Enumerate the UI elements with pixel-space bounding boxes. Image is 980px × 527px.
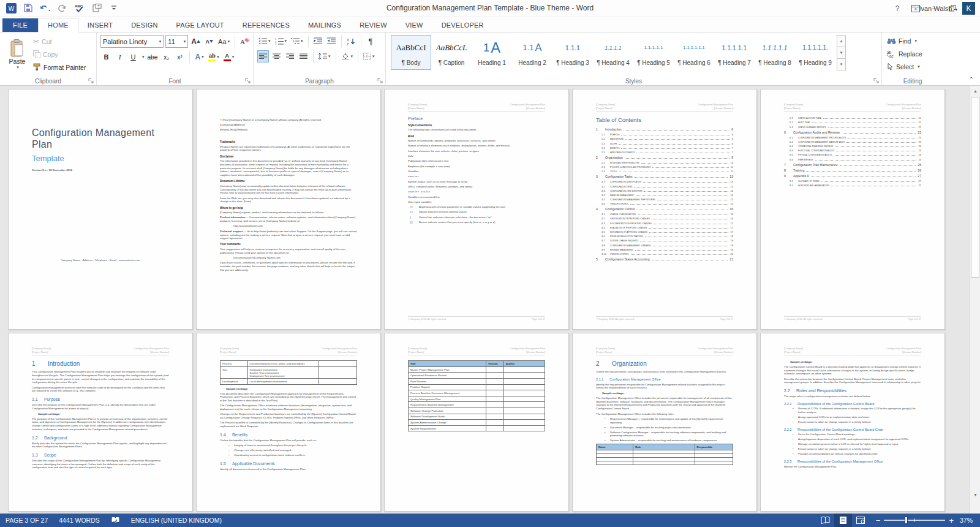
tab-review[interactable]: REVIEW <box>350 18 396 32</box>
align-center-button[interactable] <box>271 50 282 63</box>
replace-button[interactable]: abac Replace <box>887 48 943 59</box>
document-page[interactable]: [Company Name][Project Name]Configuratio… <box>760 89 945 330</box>
tab-view[interactable]: VIEW <box>396 18 432 32</box>
toc-entry[interactable]: 2Organization9 <box>596 156 733 159</box>
toc-entry[interactable]: 3Configuration Tasks13 <box>596 175 733 178</box>
decrease-indent-button[interactable] <box>312 35 324 47</box>
toc-entry[interactable]: 3.4Baseline Management14 <box>596 194 733 197</box>
read-mode-button[interactable] <box>816 514 834 527</box>
toc-entry[interactable]: 5.2Audit Trail21 <box>784 121 921 124</box>
toc-entry[interactable]: 6.5Physical Configuration Audits24 <box>784 153 921 156</box>
select-button[interactable]: Select▾ <box>887 61 943 72</box>
toc-entry[interactable]: 2.3Policies, Directives and Procedures11 <box>596 165 733 169</box>
toc-entry[interactable]: 1.5Applicable Documents7 <box>596 151 733 154</box>
style-caption[interactable]: AaBbCcL¶ Caption <box>431 35 472 70</box>
zoom-percentage[interactable]: 37% <box>960 517 980 524</box>
toc-entry[interactable]: 9.1Glossary of Terms27 <box>784 180 921 183</box>
page-indicator[interactable]: PAGE 3 OF 27 <box>0 514 53 527</box>
format-painter-button[interactable]: Format Painter <box>33 61 86 74</box>
clipboard-dialog-launcher[interactable] <box>88 78 94 84</box>
toc-entry[interactable]: 6.3Operational Readiness Reviews23 <box>784 145 921 148</box>
document-page[interactable]: © [Year] [Company Name] or a [Company Na… <box>196 89 381 330</box>
style-heading-3[interactable]: 1.1.1¶ Heading 3 <box>552 35 593 70</box>
style-heading-8[interactable]: 1.1.1.1.1¶ Heading 8 <box>755 35 795 70</box>
show-hide-pilcrow-button[interactable]: ¶ <box>365 35 377 47</box>
zoom-in-button[interactable]: + <box>949 516 954 525</box>
superscript-button[interactable]: x² <box>174 51 186 63</box>
sort-button[interactable]: AZ <box>345 35 357 47</box>
spelling-grammar-button[interactable]: ABC <box>72 1 87 15</box>
style-heading-6[interactable]: 1.1.1.1.1.1¶ Heading 6 <box>674 35 714 70</box>
tab-insert[interactable]: INSERT <box>78 18 122 32</box>
toc-entry[interactable]: 4.10Version Control20 <box>596 252 733 256</box>
tab-design[interactable]: DESIGN <box>122 18 167 32</box>
proofing-status-icon[interactable] <box>105 514 126 527</box>
bullets-button[interactable]: ▾ <box>257 35 272 47</box>
styles-scroll-down-button[interactable]: ▼ <box>837 47 846 59</box>
toc-entry[interactable]: 1.3Scope6 <box>596 142 733 145</box>
clear-formatting-button[interactable]: A <box>239 36 251 48</box>
toc-entry[interactable]: 1.1Purpose6 <box>596 133 733 136</box>
underline-button[interactable]: U <box>127 51 139 63</box>
document-page[interactable]: [Company Name][Project Name]Configuratio… <box>760 333 945 512</box>
italic-button[interactable]: I <box>114 51 126 63</box>
avatar[interactable]: K <box>962 2 975 15</box>
style-heading-2[interactable]: 1.1AHeading 2 <box>512 35 552 70</box>
toc-entry[interactable]: 5Configuration Status Accounting21 <box>596 257 733 261</box>
toc-entry[interactable]: 6Configuration Audits and Reviews23 <box>784 131 921 134</box>
paste-button[interactable]: Paste▾ <box>4 35 31 74</box>
toc-entry[interactable]: 4.2Identification of Proposed Changes16 <box>596 217 733 220</box>
save-button[interactable] <box>21 1 36 15</box>
toc-entry[interactable]: 1.2Background6 <box>596 137 733 140</box>
bold-button[interactable]: B <box>100 51 112 63</box>
strikethrough-button[interactable]: abe <box>146 51 159 63</box>
numbering-button[interactable]: 123▾ <box>274 35 288 47</box>
line-spacing-button[interactable]: ▾ <box>317 50 332 63</box>
copy-button[interactable]: Copy <box>33 48 86 61</box>
toc-entry[interactable]: 6.2Configuration Management Baseline Aud… <box>784 140 921 143</box>
document-page[interactable]: [Company Name][Project Name]Configuratio… <box>384 89 569 330</box>
document-page[interactable]: [Company Name][Project Name]Configuratio… <box>572 89 757 330</box>
account-name[interactable]: Ivan Walsh ▾ <box>919 5 957 12</box>
tab-home[interactable]: HOME <box>38 18 78 32</box>
document-page[interactable]: Configuration Management PlanTemplateVer… <box>8 89 193 330</box>
scroll-down-button[interactable]: ▼ <box>971 490 980 499</box>
scroll-up-button[interactable]: ▲ <box>971 86 980 96</box>
multilevel-list-button[interactable]: ▾ <box>290 35 304 47</box>
customize-qat-icon[interactable] <box>107 1 121 15</box>
styles-more-button[interactable]: ▼ <box>837 58 846 70</box>
toc-entry[interactable]: 2.4Tools11 <box>596 170 733 173</box>
style-heading-1[interactable]: 1AHeading 1 <box>472 35 512 70</box>
language-indicator[interactable]: ENGLISH (UNITED KINGDOM) <box>126 514 227 527</box>
toc-entry[interactable]: 4.5Integration of Approved Changes17 <box>596 230 733 233</box>
increase-indent-button[interactable] <box>326 35 337 47</box>
font-name-combo[interactable]: Palatino Linoty▾ <box>100 35 164 48</box>
cut-button[interactable]: ✂Cut <box>33 35 86 48</box>
shrink-font-button[interactable]: A <box>203 36 215 48</box>
toc-entry[interactable]: 5.3Status Summary Reports21 <box>784 126 921 129</box>
touch-mouse-mode-icon[interactable] <box>89 1 104 15</box>
scrollbar-thumb[interactable] <box>971 97 979 278</box>
zoom-out-button[interactable]: − <box>876 516 881 525</box>
toc-entry[interactable]: 4.4Evaluation of Proposed Changes17 <box>596 226 733 229</box>
help-button[interactable]: ? <box>888 0 907 17</box>
redo-button[interactable] <box>55 1 70 15</box>
font-color-button[interactable]: A▾ <box>222 51 236 63</box>
document-canvas[interactable]: Configuration Management PlanTemplateVer… <box>0 86 980 514</box>
zoom-slider[interactable] <box>884 520 945 521</box>
style-heading-5[interactable]: 1.1.1.1.1¶ Heading 5 <box>633 35 674 70</box>
style-heading-4[interactable]: 1.1.1.1¶ Heading 4 <box>593 35 633 70</box>
font-dialog-launcher[interactable] <box>245 78 251 84</box>
toc-entry[interactable]: 3.3Configuration Item Identifier14 <box>596 189 733 192</box>
toc-entry[interactable]: 7Configuration Plan Maintenance25 <box>784 163 921 167</box>
toc-entry[interactable]: 3.2Configuration Items13 <box>596 185 733 188</box>
undo-button[interactable] <box>38 1 53 15</box>
change-case-button[interactable]: Aa▾ <box>217 36 231 48</box>
toc-entry[interactable]: 6.6Peer Reviews24 <box>784 158 921 161</box>
toc-entry[interactable]: 3.5Configuration Management Repositories… <box>596 198 733 201</box>
collapse-ribbon-button[interactable]: ⌃ <box>969 76 974 83</box>
vertical-scrollbar[interactable]: ▲ ▼ <box>970 86 980 514</box>
toc-entry[interactable]: 1Introduction6 <box>596 127 733 131</box>
styles-dialog-launcher[interactable] <box>873 78 880 84</box>
toc-entry[interactable]: 4.6Problem Resolution Tracking19 <box>596 235 733 238</box>
